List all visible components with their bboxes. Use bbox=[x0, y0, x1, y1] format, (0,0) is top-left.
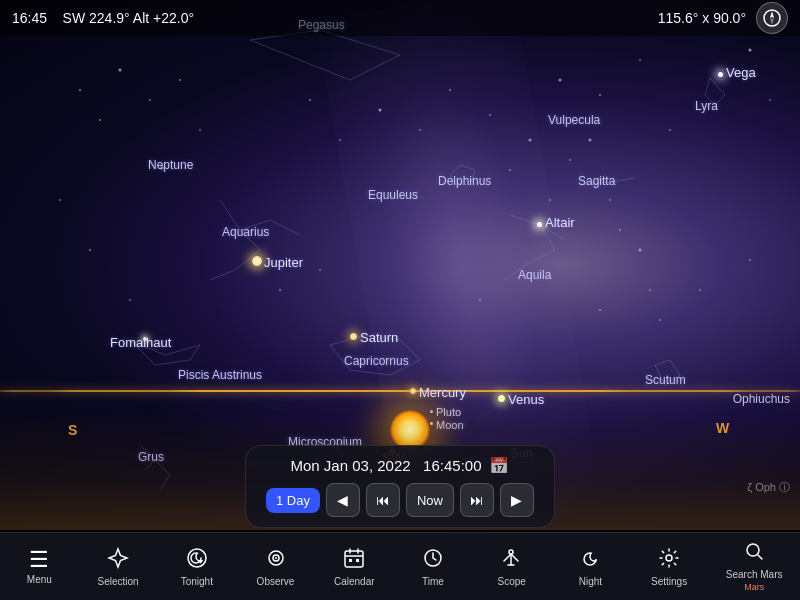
label-aquila: Aquila bbox=[518, 268, 551, 282]
toolbar-item-tonight[interactable]: Tonight bbox=[167, 543, 227, 591]
time-display: 16:45 SW 224.9° Alt +22.0° bbox=[12, 10, 194, 26]
control-panel: Mon Jan 03, 2022 16:45:00 📅 1 Day ◀ ⏮ No… bbox=[245, 445, 555, 528]
svg-point-24 bbox=[479, 299, 481, 301]
direction-w: W bbox=[716, 420, 729, 436]
svg-point-9 bbox=[379, 109, 382, 112]
label-mercury: Mercury bbox=[419, 385, 466, 400]
direction-s: S bbox=[68, 422, 77, 438]
observe-icon bbox=[265, 547, 287, 573]
svg-point-4 bbox=[149, 99, 151, 101]
now-button[interactable]: Now bbox=[406, 483, 454, 517]
time-label: Time bbox=[422, 576, 444, 587]
svg-rect-47 bbox=[356, 559, 359, 562]
svg-point-6 bbox=[199, 129, 201, 131]
direction-info: SW 224.9° Alt +22.0° bbox=[63, 10, 194, 26]
svg-point-29 bbox=[529, 139, 532, 142]
planet-moon bbox=[430, 422, 433, 425]
svg-point-18 bbox=[769, 99, 771, 101]
svg-point-1 bbox=[79, 89, 81, 91]
horizon-line bbox=[0, 390, 800, 392]
svg-point-30 bbox=[549, 199, 551, 201]
sun bbox=[390, 410, 430, 450]
svg-point-11 bbox=[449, 89, 451, 91]
label-sagitta: Sagitta bbox=[578, 174, 615, 188]
svg-rect-45 bbox=[345, 551, 363, 567]
label-aquarius: Aquarius bbox=[222, 225, 269, 239]
label-vega: Vega bbox=[726, 65, 756, 80]
label-neptune: Neptune bbox=[148, 158, 193, 172]
label-delphinus: Delphinus bbox=[438, 174, 491, 188]
svg-point-8 bbox=[339, 139, 341, 141]
label-altair: Altair bbox=[545, 215, 575, 230]
toolbar-item-search[interactable]: Search Mars Mars bbox=[718, 536, 791, 597]
label-jupiter: Jupiter bbox=[264, 255, 303, 270]
svg-point-22 bbox=[279, 289, 281, 291]
label-saturn: Saturn bbox=[360, 330, 398, 345]
toolbar-item-menu[interactable]: ☰ Menu bbox=[9, 545, 69, 589]
planet-pluto bbox=[430, 410, 433, 413]
svg-point-28 bbox=[509, 169, 511, 171]
label-moon: Moon bbox=[436, 419, 464, 431]
label-grus: Grus bbox=[138, 450, 164, 464]
toolbar-item-time[interactable]: Time bbox=[403, 543, 463, 591]
play-button[interactable]: ▶ bbox=[500, 483, 534, 517]
clock: 16:45 bbox=[12, 10, 47, 26]
svg-point-10 bbox=[419, 129, 421, 131]
night-label: Night bbox=[579, 576, 602, 587]
fov-display: 115.6° x 90.0° bbox=[658, 10, 746, 26]
svg-point-35 bbox=[639, 249, 642, 252]
toolbar-item-settings[interactable]: Settings bbox=[639, 543, 699, 591]
planet-mercury bbox=[410, 388, 416, 394]
compass-button[interactable] bbox=[756, 2, 788, 34]
interval-button[interactable]: 1 Day bbox=[266, 488, 320, 513]
step-back-button[interactable]: ⏮ bbox=[366, 483, 400, 517]
label-vulpecula: Vulpecula bbox=[548, 113, 600, 127]
toolbar: ☰ Menu Selection Tonight Observe bbox=[0, 532, 800, 600]
svg-point-3 bbox=[99, 119, 101, 121]
svg-point-14 bbox=[599, 94, 601, 96]
svg-point-5 bbox=[179, 79, 181, 81]
svg-point-50 bbox=[666, 555, 672, 561]
tonight-icon bbox=[186, 547, 208, 573]
svg-point-25 bbox=[599, 309, 601, 311]
svg-point-37 bbox=[659, 319, 661, 321]
svg-point-7 bbox=[309, 99, 311, 101]
top-bar: 16:45 SW 224.9° Alt +22.0° 115.6° x 90.0… bbox=[0, 0, 800, 36]
svg-point-23 bbox=[319, 269, 321, 271]
rewind-button[interactable]: ◀ bbox=[326, 483, 360, 517]
svg-point-19 bbox=[59, 199, 61, 201]
svg-marker-39 bbox=[770, 11, 774, 18]
step-forward-button[interactable]: ⏭ bbox=[460, 483, 494, 517]
toolbar-item-scope[interactable]: Scope bbox=[482, 543, 542, 591]
planet-venus bbox=[498, 395, 505, 402]
menu-label: Menu bbox=[27, 574, 52, 585]
compass-icon bbox=[762, 8, 782, 28]
svg-point-26 bbox=[699, 289, 701, 291]
tonight-label: Tonight bbox=[181, 576, 213, 587]
menu-icon: ☰ bbox=[29, 549, 49, 571]
settings-icon bbox=[658, 547, 680, 573]
toolbar-item-observe[interactable]: Observe bbox=[246, 543, 306, 591]
svg-point-12 bbox=[489, 114, 491, 116]
toolbar-item-calendar[interactable]: Calendar bbox=[324, 543, 384, 591]
svg-point-32 bbox=[589, 139, 592, 142]
label-pluto: Pluto bbox=[436, 406, 461, 418]
star-altair bbox=[537, 222, 542, 227]
svg-point-15 bbox=[639, 59, 641, 61]
svg-point-21 bbox=[129, 299, 131, 301]
label-zoph: ζ Oph ⓘ bbox=[747, 480, 790, 495]
selection-label: Selection bbox=[98, 576, 139, 587]
star-vega bbox=[718, 72, 723, 77]
svg-point-33 bbox=[609, 199, 611, 201]
scope-label: Scope bbox=[497, 576, 525, 587]
label-capricornus: Capricornus bbox=[344, 354, 409, 368]
selection-icon bbox=[107, 547, 129, 573]
svg-point-16 bbox=[669, 129, 671, 131]
calendar-picker-icon[interactable]: 📅 bbox=[489, 456, 509, 475]
toolbar-item-night[interactable]: Night bbox=[560, 543, 620, 591]
svg-point-44 bbox=[275, 557, 277, 559]
scope-icon bbox=[501, 547, 523, 573]
time-icon bbox=[422, 547, 444, 573]
label-ophiuchus: Ophiuchus bbox=[733, 392, 790, 406]
toolbar-item-selection[interactable]: Selection bbox=[88, 543, 148, 591]
